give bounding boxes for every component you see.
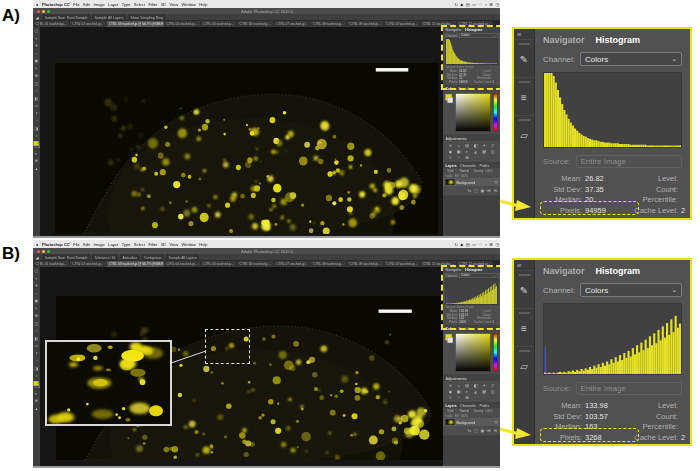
tab-layers[interactable]: Layers xyxy=(446,404,457,408)
menu-item[interactable]: Image xyxy=(94,242,105,247)
tool-option[interactable]: Sample Size: Point Sample xyxy=(43,14,89,20)
tool-icon[interactable]: ◑ xyxy=(455,383,463,389)
tool-icon[interactable]: ◧ xyxy=(35,95,39,103)
tool-option[interactable]: Sample Size: Point Sample xyxy=(43,254,89,260)
tool-icon[interactable]: ○ xyxy=(35,290,37,298)
tool-icon[interactable]: ◆ xyxy=(447,149,455,155)
tool-icon[interactable]: ▣ xyxy=(455,149,463,155)
tool-icon[interactable]: ◨ xyxy=(35,365,39,373)
source-dropdown[interactable]: Entire Image xyxy=(576,382,682,395)
menu-item[interactable]: Layer xyxy=(108,242,118,247)
channel-dropdown[interactable]: Colors⌄ xyxy=(459,33,497,38)
tool-icons-bottom[interactable]: ◐⊞▲ xyxy=(35,150,39,173)
menu-item[interactable]: Edit xyxy=(83,242,90,247)
opacity-field[interactable]: Opacity: 100% xyxy=(473,170,493,173)
tool-icon[interactable]: ∕ xyxy=(36,327,37,335)
tab-navigator[interactable]: Navigator xyxy=(446,28,462,32)
menu-item[interactable]: Edit xyxy=(83,2,90,7)
kind-filter-dropdown[interactable]: Kind xyxy=(446,169,456,173)
tool-icon[interactable]: ◭ xyxy=(472,149,480,155)
tool-icon[interactable]: ⊞ xyxy=(487,187,490,195)
color-picker-swatches[interactable] xyxy=(446,93,454,132)
channel-dropdown[interactable]: Colors⌄ xyxy=(459,273,497,278)
tool-icon[interactable]: ⊞ xyxy=(464,395,472,401)
adjustment-icons[interactable]: ☀◑▤◧✶▽◆▣◐◭▦◫≡◔⊞ xyxy=(443,141,500,162)
tool-icon[interactable]: ◧ xyxy=(35,335,39,343)
tool-icon[interactable]: ⊕ xyxy=(35,72,38,80)
clone-source-icon[interactable]: ▱ xyxy=(514,115,534,153)
menu-item[interactable]: Photoshop CC xyxy=(42,242,70,247)
minimize-button[interactable] xyxy=(42,250,45,253)
tool-icon[interactable]: ▣ xyxy=(481,187,485,195)
tool-icon[interactable]: ≡ xyxy=(447,155,455,161)
menu-item[interactable]: View xyxy=(169,242,178,247)
tool-icon[interactable]: ⊞ xyxy=(464,155,472,161)
tool-icon[interactable]: ◧ xyxy=(472,383,480,389)
tab-swatches[interactable]: Swatches xyxy=(458,327,474,331)
tool-icons-bottom[interactable]: ◐⊞▲ xyxy=(35,390,39,413)
tab-navigator[interactable]: Navigator xyxy=(446,268,462,272)
tool-icon[interactable]: ◔ xyxy=(455,155,463,161)
source-dropdown[interactable]: Entire Image xyxy=(576,155,682,168)
layer-row-background[interactable]: Background ◻ xyxy=(443,178,500,186)
blend-mode-dropdown[interactable]: Normal xyxy=(458,409,472,413)
menu-item[interactable]: File xyxy=(73,2,79,7)
hue-strip[interactable] xyxy=(493,93,498,132)
tool-icon[interactable]: ◐ xyxy=(464,389,472,395)
tool-option[interactable]: Show Sampling Ring xyxy=(128,14,164,20)
tab-layers[interactable]: Layers xyxy=(446,164,457,168)
clone-source-icon[interactable]: ▱ xyxy=(514,346,534,384)
tool-icon[interactable]: ◧ xyxy=(472,143,480,149)
collapse-panels-icon[interactable]: « xyxy=(514,30,521,39)
menu-item[interactable]: Window xyxy=(182,2,196,7)
tool-icon[interactable]: ◨ xyxy=(35,125,39,133)
color-swatches[interactable] xyxy=(34,141,40,148)
kind-filter-dropdown[interactable]: Kind xyxy=(446,409,456,413)
menu-item[interactable]: Filter xyxy=(148,2,157,7)
tool-icon[interactable]: ⌖ xyxy=(35,35,37,43)
menu-item[interactable]: View xyxy=(169,2,178,7)
saturation-brightness-field[interactable] xyxy=(455,333,491,372)
tab-channels[interactable]: Channels xyxy=(460,164,476,168)
menu-item[interactable]: Layer xyxy=(108,2,118,7)
menu-item[interactable]: File xyxy=(73,242,79,247)
fill-field[interactable]: Fill: 100% xyxy=(455,174,468,177)
menu-item[interactable]: Image xyxy=(94,2,105,7)
tool-icon[interactable]: ◔ xyxy=(35,117,37,125)
tool-icon[interactable]: ⊞ xyxy=(35,397,38,405)
tool-option[interactable]: Sample All Layers xyxy=(167,254,199,260)
tool-icon[interactable]: ▦ xyxy=(481,149,489,155)
apple-menu-icon[interactable]: ● xyxy=(36,242,38,247)
tool-icon[interactable]: ◑ xyxy=(455,143,463,149)
tool-icon[interactable]: ▽ xyxy=(489,143,497,149)
menu-item[interactable]: Photoshop CC xyxy=(42,2,70,7)
tool-icon[interactable]: ◐ xyxy=(35,150,37,158)
tool-icon[interactable]: ◐ xyxy=(464,149,472,155)
tab-navigator[interactable]: Navigator xyxy=(543,35,585,45)
tool-option[interactable]: Tolerance: 32 xyxy=(92,254,117,260)
close-button[interactable] xyxy=(37,250,40,253)
tab-paths[interactable]: Paths xyxy=(480,164,490,168)
tool-icon[interactable]: ☀ xyxy=(447,383,455,389)
menu-item[interactable]: Filter xyxy=(148,242,157,247)
tool-option[interactable]: Anti-alias xyxy=(121,254,139,260)
canvas-a[interactable] xyxy=(40,27,443,236)
tool-option[interactable]: Contiguous xyxy=(142,254,164,260)
tool-icon[interactable]: ▭ xyxy=(35,342,39,350)
blend-mode-dropdown[interactable]: Normal xyxy=(458,169,472,173)
tool-icon[interactable]: ▭ xyxy=(35,102,39,110)
menu-item[interactable]: Select xyxy=(134,242,145,247)
tool-icon[interactable]: ◫ xyxy=(35,320,39,328)
saturation-brightness-field[interactable] xyxy=(455,93,491,132)
tool-icon[interactable]: ✎ xyxy=(35,305,38,313)
tool-icon[interactable]: ∕ xyxy=(36,87,37,95)
tool-icon[interactable]: ◐ xyxy=(35,390,37,398)
tool-icon[interactable]: ⊟ xyxy=(494,187,497,195)
tab-channels[interactable]: Channels xyxy=(460,404,476,408)
layers-footer-icons[interactable]: fx◻▣⊞⊟ xyxy=(443,426,500,436)
tool-icon[interactable]: ☀ xyxy=(447,143,455,149)
tool-icon[interactable]: ⌖ xyxy=(35,275,37,283)
tool-icon[interactable]: ▣ xyxy=(35,57,39,65)
tool-icon[interactable]: ✎ xyxy=(35,65,38,73)
opacity-field[interactable]: Opacity: 100% xyxy=(473,410,493,413)
